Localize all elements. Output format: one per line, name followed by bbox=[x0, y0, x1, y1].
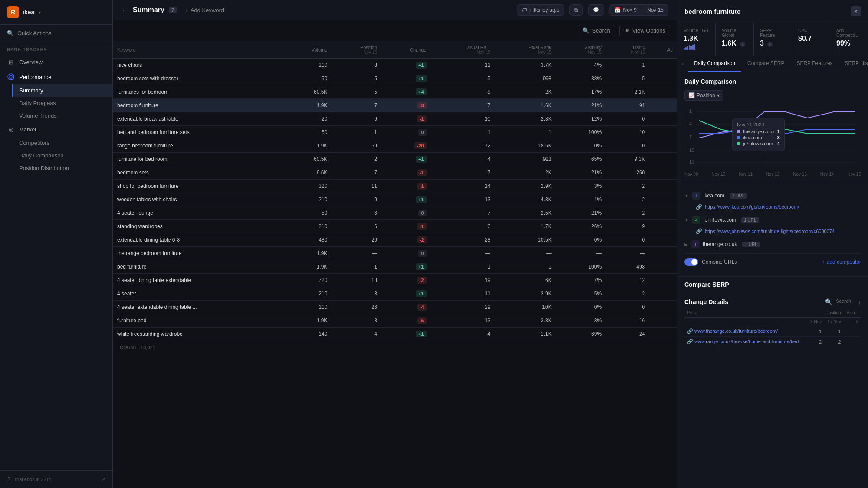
cell-visual-rank: 10 bbox=[431, 112, 495, 126]
cell-visibility: 21% bbox=[556, 99, 606, 112]
table-row[interactable]: 4 seater 210 8 +1 11 2.9K 5% 2 bbox=[113, 287, 677, 301]
cell-keyword: 4 seater lounge bbox=[113, 206, 284, 220]
info-icon-2[interactable]: i bbox=[767, 42, 773, 47]
panel-close-button[interactable]: × bbox=[851, 6, 861, 16]
cell-keyword: bedroom sets with dresser bbox=[113, 72, 284, 85]
cell-change: 0 bbox=[381, 206, 431, 220]
eye-icon: 👁 bbox=[624, 27, 630, 34]
sidebar-search[interactable]: 🔍 Quick Actions bbox=[0, 25, 112, 42]
table-row[interactable]: bedroom sets 6.6K 7 -1 7 2K 21% 250 bbox=[113, 166, 677, 180]
cell-volume: 20 bbox=[284, 112, 332, 126]
copy-button[interactable]: ⧉ bbox=[569, 4, 583, 16]
svg-text:13: 13 bbox=[690, 160, 695, 164]
cell-visibility: 65% bbox=[556, 153, 606, 166]
app-container: R ikea ▾ 🔍 Quick Actions RANK TRACKER ⊞ … bbox=[0, 0, 868, 488]
table-row[interactable]: wooden tables with chairs 210 9 +1 13 4.… bbox=[113, 193, 677, 206]
cell-position: 1 bbox=[332, 126, 381, 139]
ikea-label: ikea.com bbox=[743, 135, 775, 140]
tab-daily-comparison[interactable]: Daily Comparison bbox=[688, 56, 741, 72]
chat-button[interactable]: 💬 bbox=[588, 4, 604, 16]
add-competitor-button[interactable]: + add competitor bbox=[822, 259, 861, 265]
cell-visual-rank: 13 bbox=[431, 314, 495, 328]
table-row[interactable]: nice chairs 210 8 +1 11 3.7K 4% 1 bbox=[113, 59, 677, 72]
date-range[interactable]: 📅 Nov 9 → Nov 15 bbox=[609, 4, 668, 16]
position-dropdown[interactable]: 📈 Position ▾ bbox=[684, 90, 723, 101]
export-icon[interactable]: ↑ bbox=[858, 298, 861, 305]
tab-serp-features[interactable]: SERP Features bbox=[790, 56, 838, 72]
tab-serp-history[interactable]: SERP History bbox=[839, 56, 868, 72]
daily-comparison-title: Daily Comparison bbox=[684, 78, 861, 85]
table-row[interactable]: furniture for bed room 60.5K 2 +1 4 923 … bbox=[113, 153, 677, 166]
sidebar-subitem-position-distribution[interactable]: Position Distribution bbox=[19, 162, 112, 174]
table-row[interactable]: extendable dining table 6-8 480 26 -2 28… bbox=[113, 233, 677, 247]
cell-traffic: 2.1K bbox=[606, 85, 649, 99]
competitor-therange-header[interactable]: ▶ T therange.co.uk 1 URL bbox=[684, 238, 861, 251]
chart-tooltip: Nov 11 2023 therange.co.uk 1 ikea.com 3 … bbox=[732, 118, 785, 151]
table-row[interactable]: white freestanding wardrobe 140 4 +1 4 1… bbox=[113, 328, 677, 341]
svg-text:7: 7 bbox=[690, 135, 692, 140]
tab-prev-arrow[interactable]: ‹ bbox=[677, 56, 688, 72]
quick-actions-label: Quick Actions bbox=[17, 30, 52, 36]
filter-by-tags-button[interactable]: 🏷 Filter by tags bbox=[517, 4, 564, 16]
brand-chevron-icon[interactable]: ▾ bbox=[39, 10, 41, 15]
volume-bar-chart bbox=[684, 44, 695, 50]
search-button[interactable]: 🔍 Search bbox=[578, 25, 615, 36]
table-row[interactable]: extendable breakfast table 20 6 -1 10 2.… bbox=[113, 112, 677, 126]
cell-keyword: wooden tables with chairs bbox=[113, 193, 284, 206]
table-row[interactable]: the range bedroom furniture 1.9K — 0 — —… bbox=[113, 247, 677, 260]
table-row[interactable]: bedroom sets with dresser 50 5 +1 5 998 … bbox=[113, 72, 677, 85]
view-options-button[interactable]: 👁 View Options bbox=[619, 25, 670, 36]
cell-pixel-rank: 2K bbox=[495, 166, 556, 180]
cd-nov9-1: 1 bbox=[807, 326, 824, 337]
count-label: COUNT bbox=[120, 345, 137, 350]
competitor-ikea-header[interactable]: ▼ I ikea.com 1 URL bbox=[684, 189, 861, 202]
position-label: Position bbox=[697, 92, 715, 98]
page-title: Summary bbox=[133, 6, 164, 14]
sidebar-subitem-daily-comparison[interactable]: Daily Comparison bbox=[19, 149, 112, 162]
cell-visibility: 3% bbox=[556, 180, 606, 193]
table-row[interactable]: 4 seater lounge 50 6 0 7 2.5K 21% 2 bbox=[113, 206, 677, 220]
search-icon-cd[interactable]: 🔍 bbox=[825, 298, 832, 305]
table-row[interactable]: 4 seater extendable dining table ... 110… bbox=[113, 301, 677, 314]
table-row[interactable]: bed furniture 1.9K 1 +1 1 1 100% 498 bbox=[113, 260, 677, 274]
johnlewis-url[interactable]: 🔗 https://www.johnlewis.com/furniture-li… bbox=[684, 226, 861, 236]
copy-icon: ⧉ bbox=[574, 7, 578, 13]
tab-compare-serp[interactable]: Compare SERP bbox=[741, 56, 790, 72]
table-row[interactable]: standing wardrobes 210 6 -1 6 1.7K 26% 9 bbox=[113, 220, 677, 233]
add-keyword-button[interactable]: + Add Keyword bbox=[181, 5, 227, 15]
chart-controls: 📈 Position ▾ bbox=[684, 90, 861, 101]
cd-row-2[interactable]: 🔗 www.range.co.uk/browse/home-and-furnit… bbox=[684, 337, 861, 347]
help-icon[interactable]: ? bbox=[7, 476, 10, 483]
sidebar-subitem-competitors[interactable]: Competitors bbox=[19, 137, 112, 149]
expand-arrow-icon-3: ▶ bbox=[684, 242, 688, 247]
ikea-url[interactable]: 🔗 https://www.ikea.com/gb/en/rooms/bedro… bbox=[684, 202, 861, 212]
sidebar-subitem-daily-progress[interactable]: Daily Progress bbox=[19, 97, 112, 109]
table-row[interactable]: shop for bedroom furniture 320 11 -1 14 … bbox=[113, 180, 677, 193]
sidebar-item-market[interactable]: ◎ Market bbox=[0, 122, 112, 137]
table-row[interactable]: furnitures for bedroom 60.5K 5 +4 8 2K 1… bbox=[113, 85, 677, 99]
competitor-johnlewis-header[interactable]: ▼ J johnlewis.com 1 URL bbox=[684, 213, 861, 226]
dropdown-chevron-icon: ▾ bbox=[717, 92, 720, 98]
cell-volume: 210 bbox=[284, 287, 332, 301]
sidebar-item-performance[interactable]: Performance bbox=[0, 69, 112, 84]
cd-row-1[interactable]: 🔗 www.therange.co.uk/furniture/bedroom/ … bbox=[684, 326, 861, 337]
back-button[interactable]: ← bbox=[122, 6, 128, 14]
external-icon[interactable]: ↗ bbox=[101, 476, 105, 482]
table-area: Keyword Volume PositionNov 15 Change Vis… bbox=[113, 41, 677, 488]
cell-ac bbox=[649, 220, 677, 233]
cell-change: +1 bbox=[381, 260, 431, 274]
table-row[interactable]: bed and bedroom furniture sets 50 1 0 1 … bbox=[113, 126, 677, 139]
table-row[interactable]: range bedroom furniture 1.9K 69 -20 72 1… bbox=[113, 139, 677, 153]
sidebar-item-overview[interactable]: ⊞ Overview bbox=[0, 55, 112, 69]
table-row[interactable]: 4 seater dining table extendable 720 18 … bbox=[113, 274, 677, 287]
sidebar-subitem-volume-trends[interactable]: Volume Trends bbox=[19, 109, 112, 122]
table-row[interactable]: furniture bed 1.9K 8 -5 13 3.8K 3% 16 bbox=[113, 314, 677, 328]
cell-position: — bbox=[332, 247, 381, 260]
cell-keyword: shop for bedroom furniture bbox=[113, 180, 284, 193]
table-row[interactable]: bedroom furniture 1.9K 7 -3 7 1.6K 21% 9… bbox=[113, 99, 677, 112]
info-icon[interactable]: i bbox=[740, 42, 745, 47]
sidebar-subitem-summary[interactable]: Summary bbox=[12, 84, 112, 97]
cell-pixel-rank: 2.5K bbox=[495, 206, 556, 220]
cell-volume: 140 bbox=[284, 328, 332, 341]
combine-urls-toggle[interactable] bbox=[684, 258, 698, 266]
